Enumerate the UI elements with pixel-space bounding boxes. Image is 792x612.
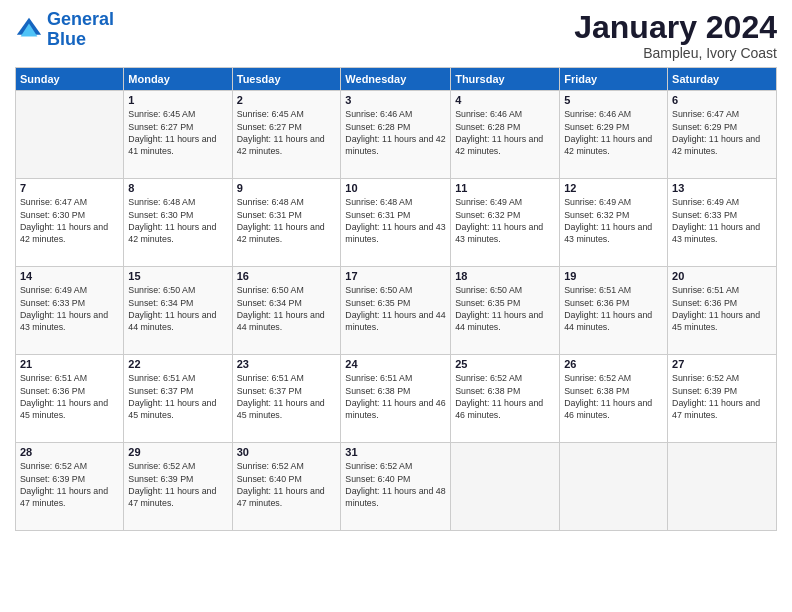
day-number: 23	[237, 358, 337, 370]
day-number: 12	[564, 182, 663, 194]
day-number: 8	[128, 182, 227, 194]
calendar-cell	[560, 443, 668, 531]
weekday-header: Sunday	[16, 68, 124, 91]
calendar-cell: 31Sunrise: 6:52 AMSunset: 6:40 PMDayligh…	[341, 443, 451, 531]
calendar-cell: 5Sunrise: 6:46 AMSunset: 6:29 PMDaylight…	[560, 91, 668, 179]
weekday-header: Saturday	[668, 68, 777, 91]
logo-line2: Blue	[47, 29, 86, 49]
day-info: Sunrise: 6:50 AMSunset: 6:35 PMDaylight:…	[455, 284, 555, 333]
calendar-cell: 17Sunrise: 6:50 AMSunset: 6:35 PMDayligh…	[341, 267, 451, 355]
day-info: Sunrise: 6:45 AMSunset: 6:27 PMDaylight:…	[237, 108, 337, 157]
day-number: 16	[237, 270, 337, 282]
day-number: 30	[237, 446, 337, 458]
day-number: 14	[20, 270, 119, 282]
day-info: Sunrise: 6:51 AMSunset: 6:37 PMDaylight:…	[128, 372, 227, 421]
day-info: Sunrise: 6:46 AMSunset: 6:29 PMDaylight:…	[564, 108, 663, 157]
day-number: 1	[128, 94, 227, 106]
day-number: 2	[237, 94, 337, 106]
logo-icon	[15, 16, 43, 44]
calendar-cell: 4Sunrise: 6:46 AMSunset: 6:28 PMDaylight…	[451, 91, 560, 179]
day-number: 15	[128, 270, 227, 282]
day-number: 26	[564, 358, 663, 370]
calendar-cell: 13Sunrise: 6:49 AMSunset: 6:33 PMDayligh…	[668, 179, 777, 267]
calendar-cell: 15Sunrise: 6:50 AMSunset: 6:34 PMDayligh…	[124, 267, 232, 355]
calendar-cell	[668, 443, 777, 531]
day-info: Sunrise: 6:50 AMSunset: 6:35 PMDaylight:…	[345, 284, 446, 333]
day-info: Sunrise: 6:52 AMSunset: 6:40 PMDaylight:…	[237, 460, 337, 509]
calendar-cell: 23Sunrise: 6:51 AMSunset: 6:37 PMDayligh…	[232, 355, 341, 443]
calendar-cell: 27Sunrise: 6:52 AMSunset: 6:39 PMDayligh…	[668, 355, 777, 443]
calendar-cell: 24Sunrise: 6:51 AMSunset: 6:38 PMDayligh…	[341, 355, 451, 443]
weekday-header: Thursday	[451, 68, 560, 91]
title-block: January 2024 Bampleu, Ivory Coast	[574, 10, 777, 61]
day-info: Sunrise: 6:52 AMSunset: 6:39 PMDaylight:…	[20, 460, 119, 509]
day-number: 3	[345, 94, 446, 106]
day-info: Sunrise: 6:48 AMSunset: 6:31 PMDaylight:…	[237, 196, 337, 245]
calendar-cell: 10Sunrise: 6:48 AMSunset: 6:31 PMDayligh…	[341, 179, 451, 267]
day-info: Sunrise: 6:46 AMSunset: 6:28 PMDaylight:…	[455, 108, 555, 157]
calendar-week-row: 28Sunrise: 6:52 AMSunset: 6:39 PMDayligh…	[16, 443, 777, 531]
day-number: 29	[128, 446, 227, 458]
day-info: Sunrise: 6:48 AMSunset: 6:30 PMDaylight:…	[128, 196, 227, 245]
day-info: Sunrise: 6:52 AMSunset: 6:39 PMDaylight:…	[672, 372, 772, 421]
day-info: Sunrise: 6:51 AMSunset: 6:36 PMDaylight:…	[20, 372, 119, 421]
day-number: 24	[345, 358, 446, 370]
day-info: Sunrise: 6:49 AMSunset: 6:33 PMDaylight:…	[20, 284, 119, 333]
main-title: January 2024	[574, 10, 777, 45]
subtitle: Bampleu, Ivory Coast	[574, 45, 777, 61]
day-number: 7	[20, 182, 119, 194]
calendar-cell: 28Sunrise: 6:52 AMSunset: 6:39 PMDayligh…	[16, 443, 124, 531]
weekday-header: Friday	[560, 68, 668, 91]
day-info: Sunrise: 6:52 AMSunset: 6:39 PMDaylight:…	[128, 460, 227, 509]
calendar-cell: 19Sunrise: 6:51 AMSunset: 6:36 PMDayligh…	[560, 267, 668, 355]
weekday-header: Wednesday	[341, 68, 451, 91]
day-info: Sunrise: 6:47 AMSunset: 6:30 PMDaylight:…	[20, 196, 119, 245]
calendar-week-row: 14Sunrise: 6:49 AMSunset: 6:33 PMDayligh…	[16, 267, 777, 355]
calendar-cell: 7Sunrise: 6:47 AMSunset: 6:30 PMDaylight…	[16, 179, 124, 267]
calendar-week-row: 7Sunrise: 6:47 AMSunset: 6:30 PMDaylight…	[16, 179, 777, 267]
day-number: 18	[455, 270, 555, 282]
calendar-cell: 29Sunrise: 6:52 AMSunset: 6:39 PMDayligh…	[124, 443, 232, 531]
day-number: 22	[128, 358, 227, 370]
day-number: 13	[672, 182, 772, 194]
logo: General Blue	[15, 10, 114, 50]
page: General Blue January 2024 Bampleu, Ivory…	[0, 0, 792, 612]
calendar-cell: 22Sunrise: 6:51 AMSunset: 6:37 PMDayligh…	[124, 355, 232, 443]
day-info: Sunrise: 6:50 AMSunset: 6:34 PMDaylight:…	[237, 284, 337, 333]
day-info: Sunrise: 6:45 AMSunset: 6:27 PMDaylight:…	[128, 108, 227, 157]
header: General Blue January 2024 Bampleu, Ivory…	[15, 10, 777, 61]
day-info: Sunrise: 6:49 AMSunset: 6:32 PMDaylight:…	[564, 196, 663, 245]
day-info: Sunrise: 6:52 AMSunset: 6:40 PMDaylight:…	[345, 460, 446, 509]
weekday-header-row: SundayMondayTuesdayWednesdayThursdayFrid…	[16, 68, 777, 91]
day-info: Sunrise: 6:51 AMSunset: 6:38 PMDaylight:…	[345, 372, 446, 421]
day-number: 9	[237, 182, 337, 194]
day-info: Sunrise: 6:51 AMSunset: 6:36 PMDaylight:…	[564, 284, 663, 333]
calendar-cell: 6Sunrise: 6:47 AMSunset: 6:29 PMDaylight…	[668, 91, 777, 179]
calendar-cell: 2Sunrise: 6:45 AMSunset: 6:27 PMDaylight…	[232, 91, 341, 179]
day-info: Sunrise: 6:47 AMSunset: 6:29 PMDaylight:…	[672, 108, 772, 157]
calendar-cell: 9Sunrise: 6:48 AMSunset: 6:31 PMDaylight…	[232, 179, 341, 267]
day-number: 5	[564, 94, 663, 106]
day-number: 20	[672, 270, 772, 282]
day-info: Sunrise: 6:51 AMSunset: 6:36 PMDaylight:…	[672, 284, 772, 333]
weekday-header: Tuesday	[232, 68, 341, 91]
calendar-cell: 11Sunrise: 6:49 AMSunset: 6:32 PMDayligh…	[451, 179, 560, 267]
day-number: 4	[455, 94, 555, 106]
logo-line1: General	[47, 9, 114, 29]
logo-text: General Blue	[47, 10, 114, 50]
day-number: 21	[20, 358, 119, 370]
calendar-cell: 20Sunrise: 6:51 AMSunset: 6:36 PMDayligh…	[668, 267, 777, 355]
day-number: 10	[345, 182, 446, 194]
calendar-cell: 25Sunrise: 6:52 AMSunset: 6:38 PMDayligh…	[451, 355, 560, 443]
calendar-week-row: 21Sunrise: 6:51 AMSunset: 6:36 PMDayligh…	[16, 355, 777, 443]
calendar-cell: 1Sunrise: 6:45 AMSunset: 6:27 PMDaylight…	[124, 91, 232, 179]
calendar-cell: 14Sunrise: 6:49 AMSunset: 6:33 PMDayligh…	[16, 267, 124, 355]
calendar-cell: 18Sunrise: 6:50 AMSunset: 6:35 PMDayligh…	[451, 267, 560, 355]
calendar-table: SundayMondayTuesdayWednesdayThursdayFrid…	[15, 67, 777, 531]
day-info: Sunrise: 6:49 AMSunset: 6:33 PMDaylight:…	[672, 196, 772, 245]
day-number: 6	[672, 94, 772, 106]
calendar-cell: 16Sunrise: 6:50 AMSunset: 6:34 PMDayligh…	[232, 267, 341, 355]
calendar-cell	[451, 443, 560, 531]
day-number: 19	[564, 270, 663, 282]
day-info: Sunrise: 6:48 AMSunset: 6:31 PMDaylight:…	[345, 196, 446, 245]
